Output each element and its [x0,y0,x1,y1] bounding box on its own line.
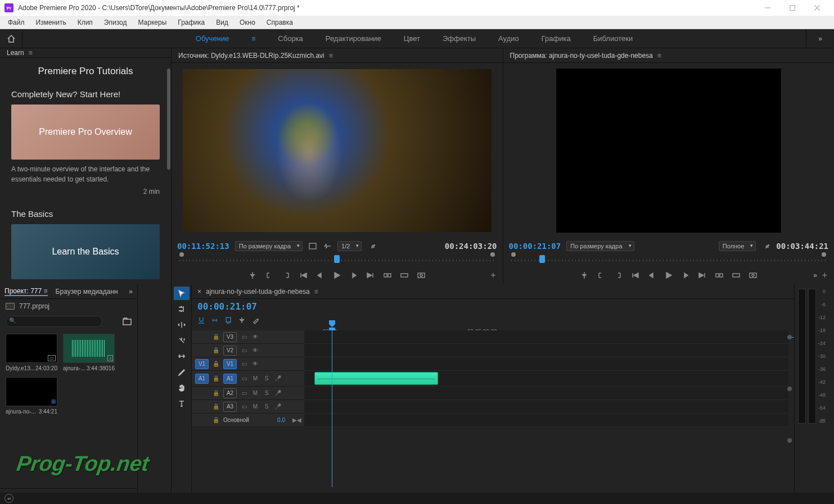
menu-sequence[interactable]: Эпизод [98,16,133,29]
menu-edit[interactable]: Изменить [30,16,72,29]
playhead-marker[interactable] [539,255,545,263]
vscroll-handle[interactable] [787,335,792,339]
sequence-tab[interactable]: ajnura-no-ty-usel-tuda-gde-nebesa [206,288,310,296]
toggle-output-icon[interactable]: ▭ [240,389,248,397]
settings-icon[interactable] [367,242,376,251]
toggle-output-icon[interactable]: ▭ [240,360,248,368]
toggle-output-icon[interactable]: ▭ [240,347,248,355]
button-editor-icon[interactable]: + [822,270,827,280]
lock-icon[interactable]: 🔒 [212,389,220,397]
workspace-tab-editing[interactable]: Редактирование [326,34,381,43]
workspace-tab-learning[interactable]: Обучение [196,34,229,43]
home-button[interactable] [0,29,22,48]
frame-fwd-icon[interactable] [349,271,358,280]
toggle-output-icon[interactable]: ▭ [240,403,248,411]
source-timecode-in[interactable]: 00:11:52:13 [177,242,229,251]
track-header-row[interactable]: V1 🔒 V1 ▭ 👁 [192,357,304,371]
window-minimize-button[interactable] [755,0,780,16]
mic-icon[interactable]: 🎤 [274,403,282,411]
scrubber-handle-right[interactable] [490,252,495,257]
mute-button[interactable]: M [251,389,259,397]
export-frame-icon[interactable] [417,271,426,280]
menu-graphics[interactable]: Графика [172,16,210,29]
source-panel-tab[interactable]: Источник: Dyldy.e13.WEB-DLRip.25Kuzmich.… [172,48,503,63]
lock-icon[interactable]: 🔒 [212,333,220,341]
project-item[interactable]: ⊞ ajnura-no-...3:44:21 [6,377,57,415]
track-header-row[interactable]: 🔒 A3 ▭ M S 🎤 [192,400,304,414]
pen-tool[interactable] [174,365,190,379]
lift-icon[interactable] [715,271,724,280]
project-item[interactable]: ♪ ajnura-...3:44:38016 [63,334,115,371]
scrubber-handle-left[interactable] [179,252,184,257]
panel-menu-icon[interactable]: ≡ [329,52,333,60]
hand-tool[interactable] [174,381,190,394]
timeline-timecode[interactable]: 00:00:21:07 [197,301,257,312]
linked-selection-icon[interactable] [211,316,219,324]
solo-button[interactable]: S [263,389,271,397]
play-icon[interactable] [664,271,673,280]
slip-tool[interactable] [174,349,190,363]
close-sequence-icon[interactable]: × [197,288,201,296]
playhead-marker[interactable] [334,255,340,263]
eye-icon[interactable]: 👁 [251,347,259,355]
track-header-row[interactable]: 🔒 V2 ▭ 👁 [192,344,304,357]
track-lane-a1[interactable] [304,371,788,387]
track-lane-v1[interactable] [304,357,788,371]
track-select-tool[interactable] [174,302,190,316]
toggle-output-icon[interactable]: ▭ [240,375,248,383]
panel-overflow-icon[interactable]: » [129,288,133,296]
mark-in-icon[interactable] [580,271,589,280]
project-search-input[interactable] [6,316,102,327]
lock-icon[interactable]: 🔒 [212,347,220,355]
audio-clip[interactable] [314,372,438,385]
vscroll-handle[interactable] [787,438,792,443]
new-bin-icon[interactable] [123,317,132,325]
program-video-display[interactable] [556,69,781,233]
source-patch-a1[interactable]: A1 [195,374,209,384]
overwrite-icon[interactable] [400,271,409,280]
go-to-in-icon[interactable] [614,271,623,280]
drag-video-icon[interactable] [308,242,317,251]
timeline-tracks[interactable] [304,330,788,487]
eye-icon[interactable]: 👁 [251,333,259,341]
window-maximize-button[interactable] [780,0,805,16]
extract-icon[interactable] [732,271,741,280]
program-scrubber[interactable] [511,254,827,266]
menu-window[interactable]: Окно [234,16,261,29]
mic-icon[interactable]: 🎤 [274,389,282,397]
panel-menu-icon[interactable]: ≡ [314,288,318,296]
eye-icon[interactable]: 👁 [251,360,259,368]
track-lane-a2[interactable] [304,387,788,400]
creative-cloud-icon[interactable]: ∞ [4,494,13,503]
workspace-tab-graphics[interactable]: Графика [542,34,571,43]
wrench-icon[interactable] [251,316,259,324]
toggle-output-icon[interactable]: ▭ [240,333,248,341]
track-lane-v2[interactable] [304,344,788,357]
mute-button[interactable]: M [251,375,259,383]
scrubber-handle-left[interactable] [511,252,516,257]
vscroll-handle[interactable] [787,387,792,391]
menu-clip[interactable]: Клип [72,16,98,29]
track-label[interactable]: V2 [223,346,237,356]
master-track-row[interactable]: 🔒 Основной 0,0 ▶◀ [192,414,304,427]
expand-icon[interactable]: ▶◀ [293,416,301,424]
menu-view[interactable]: Вид [210,16,234,29]
program-fit-dropdown[interactable]: По размеру кадра [566,241,634,251]
type-tool[interactable] [174,397,190,410]
track-label[interactable]: A3 [223,402,237,412]
add-marker-icon[interactable] [224,316,232,324]
frame-back-icon[interactable] [315,271,324,280]
timeline-display-icon[interactable] [238,316,246,324]
track-lane-a3[interactable] [304,400,788,414]
source-zoom-dropdown[interactable]: 1/2 [337,241,362,251]
go-to-in-icon[interactable] [282,271,291,280]
source-patch-v1[interactable]: V1 [195,359,209,369]
workspace-tab-audio[interactable]: Аудио [498,34,519,43]
solo-button[interactable]: S [263,375,271,383]
mute-button[interactable]: M [251,403,259,411]
workspace-tab-menu-icon[interactable]: ≡ [251,35,255,43]
overflow-icon[interactable]: » [813,271,817,279]
workspace-tab-libraries[interactable]: Библиотеки [593,34,633,43]
lock-icon[interactable]: 🔒 [212,360,220,368]
play-icon[interactable] [332,271,341,280]
